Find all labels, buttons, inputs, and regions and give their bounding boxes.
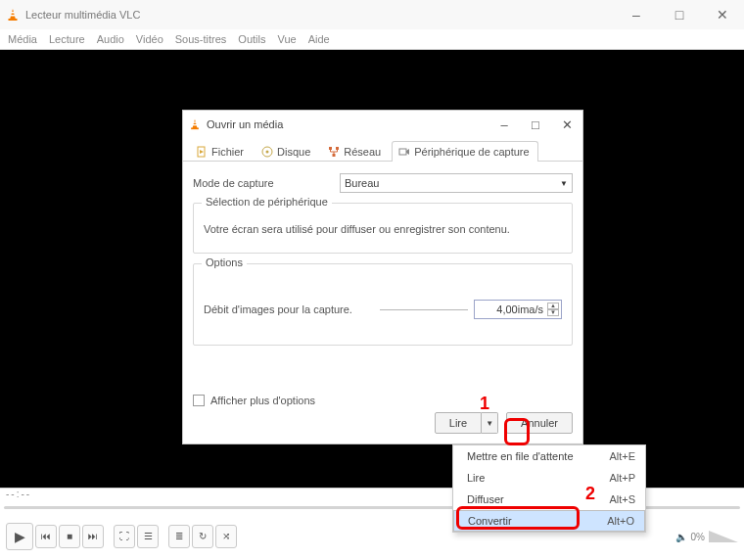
dialog-maximize-button[interactable]: □: [520, 112, 551, 137]
checkbox-icon: [193, 395, 205, 406]
fullscreen-button[interactable]: ⛶: [114, 525, 135, 548]
dialog-title: Ouvrir un média: [207, 118, 283, 130]
main-titlebar: Lecteur multimédia VLC – □ ✕: [0, 0, 744, 29]
play-dropdown-button[interactable]: ▼: [482, 412, 498, 434]
menu-outils[interactable]: Outils: [238, 33, 265, 45]
menu-vue[interactable]: Vue: [277, 33, 296, 45]
menu-video[interactable]: Vidéo: [136, 33, 163, 45]
vlc-cone-icon: [189, 118, 201, 130]
menu-item-enqueue[interactable]: Mettre en file d'attente Alt+E: [453, 445, 645, 467]
vlc-cone-icon: [6, 8, 20, 22]
chevron-down-icon: ▼: [560, 179, 568, 188]
menu-aide[interactable]: Aide: [308, 33, 330, 45]
menu-item-play[interactable]: Lire Alt+P: [453, 467, 645, 489]
ext-settings-button[interactable]: ☰: [137, 525, 159, 548]
menu-item-label: Mettre en file d'attente: [467, 450, 574, 462]
frame-rate-input[interactable]: 4,00ima/s ▲▼: [474, 300, 562, 319]
svg-rect-5: [193, 121, 196, 122]
frame-rate-label: Débit d'images pour la capture.: [204, 303, 380, 315]
file-icon: [196, 146, 208, 158]
tab-network[interactable]: Réseau: [321, 141, 390, 162]
capture-mode-value: Bureau: [345, 177, 379, 189]
menu-item-stream[interactable]: Diffuser Alt+S: [453, 489, 645, 510]
frame-rate-row: Débit d'images pour la capture. 4,00ima/…: [204, 300, 562, 319]
menu-item-shortcut: Alt+E: [609, 450, 635, 462]
menu-media[interactable]: Média: [8, 33, 37, 45]
chevron-down-icon: ▼: [486, 419, 493, 428]
maximize-button[interactable]: □: [658, 0, 701, 29]
menu-item-label: Convertir: [468, 515, 512, 527]
tab-disc[interactable]: Disque: [255, 141, 319, 162]
svg-point-11: [266, 151, 269, 154]
volume-value: 0%: [691, 532, 705, 542]
dialog-tabs: Fichier Disque Réseau Périphérique de ca…: [183, 140, 582, 162]
network-icon: [328, 146, 340, 158]
volume-control[interactable]: 🔈 0%: [675, 531, 738, 542]
device-selection-text: Votre écran sera utilisé pour diffuser o…: [204, 223, 562, 235]
dialog-close-button[interactable]: ✕: [551, 112, 582, 137]
tab-capture-label: Périphérique de capture: [414, 146, 529, 158]
menu-item-label: Diffuser: [467, 493, 504, 505]
svg-marker-4: [192, 119, 197, 128]
menu-audio[interactable]: Audio: [97, 33, 124, 45]
capture-mode-label: Mode de capture: [193, 177, 340, 189]
menu-item-shortcut: Alt+P: [609, 472, 635, 484]
show-more-options-checkbox[interactable]: Afficher plus d'options: [193, 395, 315, 406]
prev-button[interactable]: ⏮: [35, 525, 57, 548]
svg-marker-9: [200, 150, 204, 154]
tab-file-label: Fichier: [211, 146, 244, 158]
tab-disc-label: Disque: [277, 146, 310, 158]
cancel-button[interactable]: Annuler: [506, 412, 573, 434]
frame-rate-value: 4,00ima/s: [496, 303, 543, 315]
spinner-buttons[interactable]: ▲▼: [547, 303, 559, 316]
svg-rect-6: [193, 124, 197, 125]
dialog-window-controls: – □ ✕: [488, 112, 582, 137]
next-button[interactable]: ⏭: [82, 525, 104, 548]
menu-item-label: Lire: [467, 472, 485, 484]
menubar: Média Lecture Audio Vidéo Sous-titres Ou…: [0, 29, 744, 49]
svg-rect-12: [329, 147, 332, 150]
menu-item-convert[interactable]: Convertir Alt+O: [453, 510, 645, 532]
minimize-button[interactable]: –: [615, 0, 658, 29]
capture-mode-select[interactable]: Bureau ▼: [340, 173, 573, 193]
play-dropdown-menu: Mettre en file d'attente Alt+E Lire Alt+…: [452, 444, 646, 533]
options-legend: Options: [202, 257, 247, 268]
stop-button[interactable]: ■: [59, 525, 80, 548]
cancel-button-label: Annuler: [521, 417, 558, 429]
dialog-body: Mode de capture Bureau ▼ Sélection de pé…: [183, 162, 582, 355]
menu-item-shortcut: Alt+O: [607, 515, 634, 527]
device-selection-legend: Sélection de périphérique: [202, 196, 332, 208]
capture-icon: [398, 146, 410, 158]
svg-rect-13: [336, 147, 339, 150]
shuffle-button[interactable]: ⤨: [215, 525, 237, 548]
play-button-label: Lire: [449, 417, 467, 429]
dialog-minimize-button[interactable]: –: [488, 112, 520, 137]
open-media-dialog: Ouvrir un média – □ ✕ Fichier Disque Rés…: [182, 110, 583, 444]
options-group: Options Débit d'images pour la capture. …: [193, 263, 573, 346]
dialog-titlebar: Ouvrir un média – □ ✕: [183, 111, 582, 138]
close-button[interactable]: ✕: [701, 0, 744, 29]
tab-network-label: Réseau: [344, 146, 381, 158]
svg-rect-2: [11, 15, 16, 17]
tab-capture[interactable]: Périphérique de capture: [392, 141, 537, 162]
dialog-footer: Afficher plus d'options Lire ▼ Annuler: [183, 389, 582, 443]
loop-button[interactable]: ↻: [192, 525, 213, 548]
show-more-options-label: Afficher plus d'options: [210, 395, 315, 406]
svg-rect-15: [399, 149, 406, 155]
disc-icon: [261, 146, 273, 158]
menu-lecture[interactable]: Lecture: [49, 33, 85, 45]
app-title: Lecteur multimédia VLC: [25, 9, 140, 21]
capture-mode-row: Mode de capture Bureau ▼: [193, 173, 573, 193]
tab-file[interactable]: Fichier: [189, 141, 253, 162]
menu-item-shortcut: Alt+S: [609, 493, 635, 505]
dialog-button-bar: Lire ▼ Annuler: [435, 412, 573, 434]
playlist-button[interactable]: ≣: [168, 525, 190, 548]
play-button[interactable]: ▶: [6, 523, 33, 550]
svg-rect-7: [191, 127, 199, 129]
window-controls: – □ ✕: [615, 0, 744, 29]
play-button[interactable]: Lire: [435, 412, 482, 434]
svg-rect-14: [333, 154, 336, 157]
svg-marker-0: [10, 9, 16, 20]
volume-slider-icon[interactable]: [709, 531, 738, 542]
menu-sous-titres[interactable]: Sous-titres: [175, 33, 227, 45]
